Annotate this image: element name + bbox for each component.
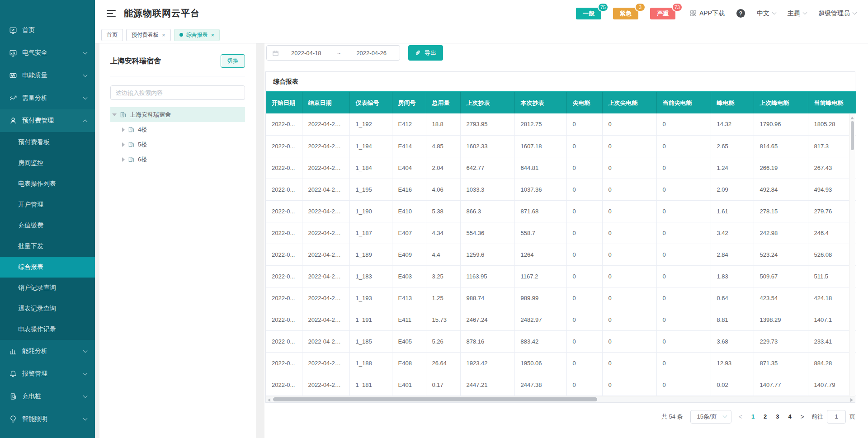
sidebar-item-energy-analysis[interactable]: 能耗分析 bbox=[0, 340, 95, 363]
tree-node-floor6[interactable]: 6楼 bbox=[110, 152, 245, 167]
cell-last-reading: 642.77 bbox=[460, 157, 514, 179]
page-button-4[interactable]: 4 bbox=[788, 413, 792, 420]
cell-peak-energy: 0.64 bbox=[711, 287, 754, 309]
sidebar-subitem-account-closing-query[interactable]: 销户记录查询 bbox=[0, 278, 95, 298]
cell-start-date: 2022-0... bbox=[266, 309, 302, 330]
sidebar-item-electrical-safety[interactable]: 电气安全 bbox=[0, 42, 95, 64]
caret-right-icon[interactable] bbox=[122, 142, 125, 147]
scroll-up-icon[interactable] bbox=[850, 117, 854, 119]
date-range-picker[interactable]: 2022-04-18 ~ 2022-04-26 bbox=[266, 45, 400, 61]
table-row: 2022-0... 2022-04-26 ... 1_188 E408 26.6… bbox=[266, 352, 856, 374]
report-table: 开始日期 结束日期 仪表编号 房间号 总用量 上次抄表 本次抄表 尖电能 上次尖… bbox=[266, 91, 856, 396]
horizontal-scrollbar[interactable] bbox=[266, 396, 855, 402]
caret-right-icon[interactable] bbox=[122, 127, 125, 132]
cell-end-date: 2022-04-26 ... bbox=[302, 374, 349, 396]
end-date-value[interactable]: 2022-04-26 bbox=[349, 50, 394, 57]
sidebar-subitem-comprehensive-report[interactable]: 综合报表 bbox=[0, 257, 95, 278]
cell-end-date: 2022-04-26 ... bbox=[302, 287, 349, 309]
app-download-label: APP下载 bbox=[699, 9, 725, 18]
alarm-general-count-badge: 75 bbox=[598, 3, 609, 12]
building-icon bbox=[128, 156, 135, 163]
next-page-button[interactable]: > bbox=[801, 413, 804, 420]
sidebar-item-demand-analysis[interactable]: 需量分析 bbox=[0, 87, 95, 109]
close-icon[interactable]: × bbox=[211, 32, 215, 38]
page-button-2[interactable]: 2 bbox=[764, 413, 767, 420]
sidebar-subitem-meter-return-query[interactable]: 退表记录查询 bbox=[0, 298, 95, 319]
vertical-scrollbar[interactable] bbox=[849, 114, 855, 396]
cell-current-reading: 1264 bbox=[514, 244, 566, 265]
cell-end-date: 2022-04-26 ... bbox=[302, 222, 349, 244]
cell-current-sharp-energy: 0 bbox=[656, 352, 711, 374]
sidebar-subitem-account-opening[interactable]: 开户管理 bbox=[0, 194, 95, 215]
sidebar-item-prepaid-management[interactable]: 预付费管理 bbox=[0, 109, 95, 132]
cell-last-reading: 1923.42 bbox=[460, 352, 514, 374]
report-card-title: 综合报表 bbox=[266, 72, 855, 91]
cell-total-usage: 4.85 bbox=[426, 135, 460, 157]
sidebar-subitem-batch-dispatch[interactable]: 批量下发 bbox=[0, 236, 95, 257]
help-icon[interactable]: ? bbox=[736, 9, 745, 18]
electrical-safety-icon bbox=[9, 49, 17, 57]
cell-last-peak-energy: 1398.29 bbox=[754, 309, 808, 330]
cell-sharp-energy: 0 bbox=[566, 200, 602, 222]
cell-last-peak-energy: 278.15 bbox=[754, 200, 808, 222]
sidebar-item-power-quality[interactable]: 电能质量 bbox=[0, 64, 95, 87]
sidebar-subitem-prepaid-dashboard[interactable]: 预付费看板 bbox=[0, 132, 95, 153]
tree-node-root[interactable]: 上海安科瑞宿舍 bbox=[110, 107, 245, 122]
chevron-down-icon bbox=[722, 414, 727, 418]
sidebar-item-charging-pile[interactable]: 充电桩 bbox=[0, 385, 95, 408]
cell-last-sharp-energy: 0 bbox=[602, 179, 656, 200]
sidebar-subitem-room-monitor[interactable]: 房间监控 bbox=[0, 153, 95, 174]
cell-last-reading: 1602.33 bbox=[460, 135, 514, 157]
vertical-scroll-thumb[interactable] bbox=[851, 121, 854, 150]
cell-meter-no: 1_185 bbox=[349, 330, 392, 352]
chevron-down-icon bbox=[803, 10, 807, 15]
user-dropdown[interactable]: 超级管理员 bbox=[818, 9, 856, 18]
alarm-severe-button[interactable]: 严重 73 bbox=[650, 8, 675, 19]
alarm-general-button[interactable]: 一般 75 bbox=[576, 8, 601, 19]
caret-down-icon[interactable] bbox=[112, 113, 117, 116]
caret-right-icon[interactable] bbox=[122, 157, 125, 162]
alarm-urgent-label: 紧急 bbox=[613, 8, 638, 19]
column-header: 上次抄表 bbox=[460, 92, 514, 113]
tab-home[interactable]: 首页 bbox=[101, 29, 123, 41]
tree-node-floor5[interactable]: 5楼 bbox=[110, 137, 245, 152]
page-size-select[interactable]: 15条/页 bbox=[690, 410, 731, 424]
tree-search-input[interactable] bbox=[110, 85, 245, 100]
sidebar-item-smart-lighting[interactable]: 智能照明 bbox=[0, 408, 95, 430]
sidebar-subitem-recharge-payment[interactable]: 充值缴费 bbox=[0, 215, 95, 236]
sidebar-item-home[interactable]: 首页 bbox=[0, 19, 95, 42]
app-download-link[interactable]: APP下载 bbox=[690, 9, 725, 18]
page-size-value: 15条/页 bbox=[697, 413, 717, 421]
page-button-1[interactable]: 1 bbox=[751, 413, 755, 420]
cell-sharp-energy: 0 bbox=[566, 179, 602, 200]
export-button[interactable]: 导出 bbox=[408, 45, 443, 61]
cell-last-reading: 1033.3 bbox=[460, 179, 514, 200]
prev-page-button[interactable]: < bbox=[739, 413, 742, 420]
table-row: 2022-0... 2022-04-26 ... 1_181 E401 0.17… bbox=[266, 374, 856, 396]
start-date-value[interactable]: 2022-04-18 bbox=[283, 50, 329, 57]
goto-page-input[interactable] bbox=[827, 410, 846, 424]
tree-node-label: 上海安科瑞宿舍 bbox=[130, 111, 171, 119]
column-header: 上次峰电能 bbox=[754, 92, 808, 113]
lighting-icon bbox=[9, 415, 17, 423]
language-label: 中文 bbox=[757, 9, 769, 18]
alarm-urgent-button[interactable]: 紧急 3 bbox=[613, 8, 638, 19]
chevron-down-icon bbox=[83, 72, 88, 77]
horizontal-scroll-thumb[interactable] bbox=[273, 397, 597, 401]
scroll-left-icon[interactable] bbox=[268, 398, 270, 402]
collapse-menu-icon[interactable] bbox=[107, 10, 116, 17]
close-icon[interactable]: × bbox=[162, 32, 165, 38]
switch-site-button[interactable]: 切换 bbox=[221, 54, 245, 68]
sidebar-subitem-meter-operation-list[interactable]: 电表操作列表 bbox=[0, 174, 95, 194]
tree-node-floor4[interactable]: 4楼 bbox=[110, 122, 245, 137]
tab-prepaid-dashboard[interactable]: 预付费看板 × bbox=[126, 29, 171, 41]
cell-meter-no: 1_195 bbox=[349, 179, 392, 200]
scroll-right-icon[interactable] bbox=[850, 398, 853, 402]
theme-dropdown[interactable]: 主题 bbox=[788, 9, 807, 18]
tab-comprehensive-report[interactable]: 综合报表 × bbox=[174, 29, 220, 41]
tree-node-label: 5楼 bbox=[138, 141, 147, 149]
sidebar-subitem-meter-operation-record[interactable]: 电表操作记录 bbox=[0, 319, 95, 340]
sidebar-item-alarm-management[interactable]: 报警管理 bbox=[0, 363, 95, 385]
page-button-3[interactable]: 3 bbox=[776, 413, 779, 420]
language-dropdown[interactable]: 中文 bbox=[757, 9, 776, 18]
